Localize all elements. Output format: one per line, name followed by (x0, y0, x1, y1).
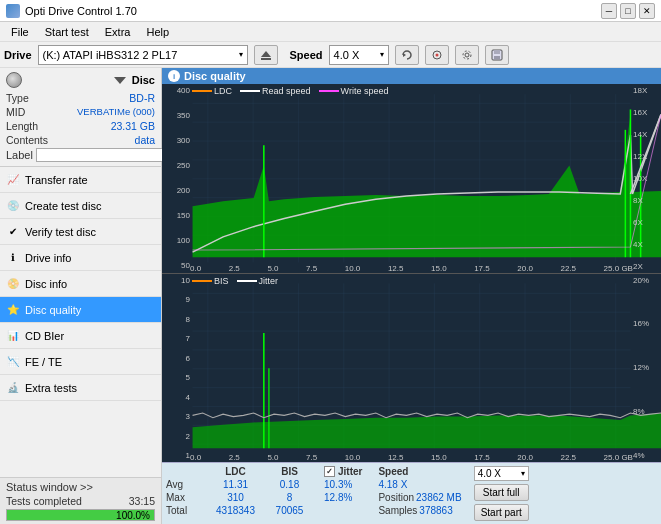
svg-marker-2 (403, 53, 406, 57)
chart-header-icon: i (168, 70, 180, 82)
top-y-axis-right: 18X 16X 14X 12X 10X 8X 6X 4X 2X (633, 84, 661, 273)
minimize-button[interactable]: ─ (601, 3, 617, 19)
disc-type-value: BD-R (129, 92, 155, 104)
disc-length-label: Length (6, 120, 38, 132)
position-value: 23862 MB (416, 492, 462, 503)
extra-tests-icon: 🔬 (6, 381, 20, 395)
refresh-button[interactable] (395, 45, 419, 65)
avg-label: Avg (166, 479, 204, 490)
stats-ldc-header: LDC (208, 466, 263, 477)
maximize-button[interactable]: □ (620, 3, 636, 19)
bottom-x-axis: 0.0 2.5 5.0 7.5 10.0 12.5 15.0 17.5 20.0… (190, 453, 633, 462)
bottom-y-axis-right: 20% 16% 12% 8% 4% (633, 274, 661, 463)
legend-read-speed: Read speed (240, 86, 311, 96)
max-bis-value: 8 (267, 492, 312, 503)
max-jitter-value: 12.8% (324, 492, 362, 503)
save-button[interactable] (485, 45, 509, 65)
sidebar-menu: 📈 Transfer rate 💿 Create test disc ✔ Ver… (0, 167, 161, 477)
sidebar-item-label-extra-tests: Extra tests (25, 382, 77, 394)
legend-ldc-label: LDC (214, 86, 232, 96)
sidebar-item-fe-te[interactable]: 📉 FE / TE (0, 349, 161, 375)
disc-label-row: Label ✎ (6, 148, 155, 162)
close-button[interactable]: ✕ (639, 3, 655, 19)
sidebar-item-label-create-test-disc: Create test disc (25, 200, 101, 212)
settings-icon (461, 49, 473, 61)
disc-label-input[interactable] (36, 148, 165, 162)
progress-bar-container: 100.0% (6, 509, 155, 521)
jitter-header: Jitter (338, 466, 362, 477)
menu-start-test[interactable]: Start test (38, 25, 96, 39)
disc-icon (6, 72, 22, 88)
speed-value: 4.0 X (334, 49, 360, 61)
cd-bier-icon: 📊 (6, 329, 20, 343)
speed-dropdown-value: 4.0 X (478, 468, 501, 479)
sidebar-item-label-disc-info: Disc info (25, 278, 67, 290)
svg-point-5 (465, 53, 469, 57)
sidebar-item-cd-bier[interactable]: 📊 CD BIer (0, 323, 161, 349)
status-section: Status window >> Tests completed 33:15 1… (0, 477, 161, 524)
write-icon (431, 49, 443, 61)
stats-bar: LDC BIS Avg 11.31 0.18 Max 310 8 Total 4… (162, 462, 661, 524)
avg-jitter-value: 10.3% (324, 479, 362, 490)
svg-rect-9 (494, 56, 500, 59)
eject-button[interactable] (254, 45, 278, 65)
write-button[interactable] (425, 45, 449, 65)
disc-info-icon: 📀 (6, 277, 20, 291)
max-label: Max (166, 492, 204, 503)
menu-extra[interactable]: Extra (98, 25, 138, 39)
avg-speed-value: 4.18 X (378, 479, 461, 490)
menu-help[interactable]: Help (139, 25, 176, 39)
sidebar-item-extra-tests[interactable]: 🔬 Extra tests (0, 375, 161, 401)
bottom-y-axis-left: 10 9 8 7 6 5 4 3 2 1 (162, 274, 190, 463)
svg-rect-1 (261, 58, 271, 60)
sidebar-item-disc-info[interactable]: 📀 Disc info (0, 271, 161, 297)
verify-test-disc-icon: ✔ (6, 225, 20, 239)
status-window-button[interactable]: Status window >> (6, 481, 155, 493)
disc-mid-value: VERBATIMe (000) (77, 106, 155, 118)
status-completed-text: Tests completed 33:15 (6, 495, 155, 507)
speed-select[interactable]: 4.0 X ▾ (329, 45, 389, 65)
speed-header: Speed (378, 466, 461, 477)
sidebar-item-verify-test-disc[interactable]: ✔ Verify test disc (0, 219, 161, 245)
top-x-axis: 0.0 2.5 5.0 7.5 10.0 12.5 15.0 17.5 20.0… (190, 264, 633, 273)
stats-speed-section: Speed 4.18 X Position 23862 MB Samples 3… (378, 466, 461, 521)
status-text: Tests completed (6, 495, 82, 507)
legend-write-speed-label: Write speed (341, 86, 389, 96)
create-test-disc-icon: 💿 (6, 199, 20, 213)
sidebar-item-create-test-disc[interactable]: 💿 Create test disc (0, 193, 161, 219)
legend-jitter-label: Jitter (259, 276, 279, 286)
app-icon (6, 4, 20, 18)
jitter-checkbox[interactable]: ✓ (324, 466, 335, 477)
disc-type-row: Type BD-R (6, 92, 155, 104)
speed-dropdown-arrow: ▾ (521, 469, 525, 478)
sidebar-item-label-transfer-rate: Transfer rate (25, 174, 88, 186)
sidebar-item-label-disc-quality: Disc quality (25, 304, 81, 316)
bis-color (192, 280, 212, 282)
speed-dropdown[interactable]: 4.0 X ▾ (474, 466, 529, 481)
sidebar-item-disc-quality[interactable]: ⭐ Disc quality (0, 297, 161, 323)
progress-text: 100.0% (116, 510, 150, 522)
legend-jitter: Jitter (237, 276, 279, 286)
settings-button[interactable] (455, 45, 479, 65)
top-chart: LDC Read speed Write speed (162, 84, 661, 274)
disc-contents-row: Contents data (6, 134, 155, 146)
status-time: 33:15 (129, 495, 155, 507)
write-speed-color (319, 90, 339, 92)
drive-dropdown-arrow: ▾ (239, 50, 243, 59)
drive-select[interactable]: (K:) ATAPI iHBS312 2 PL17 ▾ (38, 45, 248, 65)
charts-container: LDC Read speed Write speed (162, 84, 661, 462)
svg-marker-10 (114, 77, 126, 84)
start-part-button[interactable]: Start part (474, 504, 529, 521)
chart-title: Disc quality (184, 70, 246, 82)
samples-value: 378863 (419, 505, 452, 516)
menu-file[interactable]: File (4, 25, 36, 39)
disc-quality-icon: ⭐ (6, 303, 20, 317)
disc-length-value: 23.31 GB (111, 120, 155, 132)
start-full-button[interactable]: Start full (474, 484, 529, 501)
total-label: Total (166, 505, 204, 516)
max-ldc-value: 310 (208, 492, 263, 503)
fe-te-icon: 📉 (6, 355, 20, 369)
sidebar-item-transfer-rate[interactable]: 📈 Transfer rate (0, 167, 161, 193)
sidebar-item-drive-info[interactable]: ℹ Drive info (0, 245, 161, 271)
stats-bis-header: BIS (267, 466, 312, 477)
